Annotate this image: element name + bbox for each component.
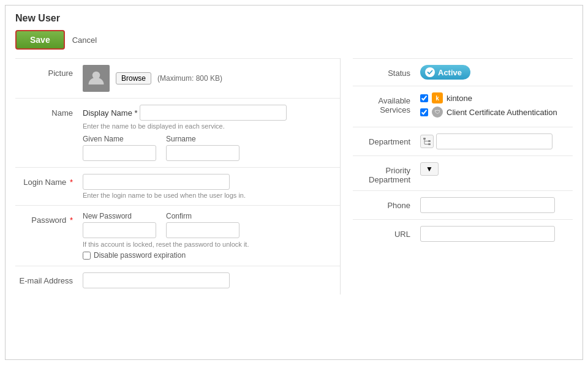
status-active-label: Active — [438, 68, 462, 77]
picture-label: Picture — [15, 65, 83, 78]
login-name-input[interactable] — [83, 174, 230, 190]
kintone-label: kintone — [447, 94, 472, 103]
services-content: k kintone 🛡 Client Certificate Authentic… — [420, 92, 573, 121]
password-label: Password * — [15, 212, 83, 225]
dropdown-arrow-icon: ▼ — [426, 165, 433, 173]
status-content: Active — [420, 65, 573, 80]
page-title: New User — [15, 13, 573, 24]
department-content — [420, 133, 573, 149]
required-marker-login: * — [70, 178, 73, 187]
name-content: Display Name * Enter the name to be disp… — [83, 105, 340, 161]
email-row: E-mail Address — [15, 266, 340, 294]
login-name-label: Login Name * — [15, 174, 83, 187]
available-services-row: Available Services k kintone 🛡 Client Ce… — [353, 86, 573, 127]
confirm-password-input[interactable] — [166, 222, 239, 238]
disable-expiration-row: Disable password expiration — [83, 251, 340, 260]
phone-content — [420, 197, 573, 213]
disable-expiration-label: Disable password expiration — [94, 251, 186, 260]
cert-icon: 🛡 — [432, 107, 443, 118]
toolbar: Save Cancel — [15, 30, 573, 50]
confirm-label: Confirm — [166, 212, 239, 220]
right-panel: Status Active — [340, 58, 573, 294]
priority-department-dropdown[interactable]: ▼ — [420, 162, 439, 176]
cancel-button[interactable]: Cancel — [72, 36, 97, 45]
phone-row: Phone — [353, 190, 573, 219]
kintone-icon: k — [432, 92, 443, 103]
url-label: URL — [353, 226, 420, 239]
locked-hint: If this account is locked, reset the pas… — [83, 241, 340, 248]
user-icon — [87, 69, 105, 88]
cert-label: Client Certificate Authentication — [447, 108, 557, 117]
kintone-checkbox[interactable] — [420, 94, 428, 102]
department-label: Department — [353, 133, 420, 146]
status-row: Status Active — [353, 58, 573, 86]
login-name-hint: Enter the login name to be used when the… — [83, 192, 340, 199]
surname-input[interactable] — [166, 145, 239, 161]
picture-content: Browse (Maximum: 800 KB) — [83, 65, 340, 92]
status-check-icon — [425, 67, 435, 77]
save-button[interactable]: Save — [15, 30, 65, 50]
service-kintone: k kintone — [420, 92, 573, 103]
tree-icon — [423, 137, 431, 146]
page-wrapper: New User Save Cancel Picture Browse (Max… — [5, 5, 583, 360]
phone-input[interactable] — [420, 197, 555, 213]
display-name-group: Display Name * Enter the name to be disp… — [83, 105, 340, 130]
given-name-input[interactable] — [83, 145, 156, 161]
display-name-label: Display Name * — [83, 108, 140, 118]
priority-department-content: ▼ — [420, 162, 573, 176]
new-password-label: New Password — [83, 212, 156, 220]
display-name-hint: Enter the name to be displayed in each s… — [83, 122, 340, 130]
url-content — [420, 226, 573, 242]
svg-rect-2 — [428, 140, 431, 142]
checkmark-icon — [427, 69, 433, 75]
login-name-row: Login Name * Enter the login name to be … — [15, 167, 340, 205]
name-row: Name Display Name * Enter the name to be… — [15, 98, 340, 167]
given-name-group: Given Name — [83, 135, 156, 161]
required-marker-pw: * — [70, 215, 73, 225]
email-label: E-mail Address — [15, 272, 83, 285]
email-input[interactable] — [83, 272, 230, 288]
service-cert: 🛡 Client Certificate Authentication — [420, 107, 573, 118]
required-marker: * — [135, 108, 138, 118]
avatar — [83, 65, 110, 92]
surname-group: Surname — [166, 135, 239, 161]
left-panel: Picture Browse (Maximum: 800 KB) Name — [15, 58, 340, 294]
picture-max-note: (Maximum: 800 KB) — [157, 74, 222, 83]
email-content — [83, 272, 340, 288]
dept-tree-button[interactable] — [420, 135, 434, 148]
browse-button[interactable]: Browse — [116, 72, 151, 84]
status-label: Status — [353, 65, 420, 78]
priority-department-label: Priority Department — [353, 162, 420, 184]
name-label: Name — [15, 105, 83, 118]
cert-checkbox[interactable] — [420, 108, 428, 116]
password-row: Password * New Password Confirm — [15, 205, 340, 266]
right-panel-inner: Status Active — [341, 58, 573, 248]
department-input[interactable] — [436, 133, 552, 149]
main-content: Picture Browse (Maximum: 800 KB) Name — [15, 58, 573, 294]
given-surname-row: Given Name Surname — [83, 135, 340, 161]
given-name-label: Given Name — [83, 135, 156, 143]
available-services-label: Available Services — [353, 92, 420, 114]
picture-row: Picture Browse (Maximum: 800 KB) — [15, 58, 340, 98]
department-row: Department — [353, 127, 573, 156]
status-badge[interactable]: Active — [420, 65, 470, 80]
phone-label: Phone — [353, 197, 420, 210]
display-name-input[interactable] — [140, 105, 287, 121]
password-fields-row: New Password Confirm — [83, 212, 340, 238]
login-name-content: Enter the login name to be used when the… — [83, 174, 340, 199]
new-password-group: New Password — [83, 212, 156, 238]
url-input[interactable] — [420, 226, 555, 242]
surname-label: Surname — [166, 135, 239, 143]
new-password-input[interactable] — [83, 222, 156, 238]
password-content: New Password Confirm If this account is … — [83, 212, 340, 260]
url-row: URL — [353, 219, 573, 248]
priority-department-row: Priority Department ▼ — [353, 156, 573, 190]
disable-expiration-checkbox[interactable] — [83, 252, 91, 260]
confirm-password-group: Confirm — [166, 212, 239, 238]
svg-rect-3 — [428, 143, 431, 145]
svg-rect-1 — [423, 138, 426, 140]
